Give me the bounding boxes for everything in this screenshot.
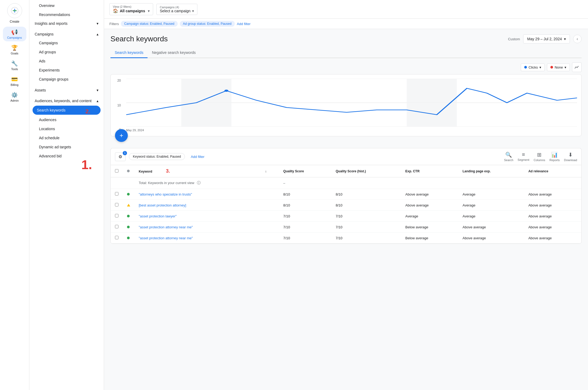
row2-checkbox[interactable] bbox=[115, 203, 118, 206]
none-dot-icon bbox=[550, 66, 553, 69]
download-action[interactable]: ⬇ Download bbox=[564, 152, 577, 162]
row3-quality-score-hist: 7/10 bbox=[331, 211, 401, 222]
add-fab-button[interactable]: + bbox=[115, 129, 128, 142]
nav-item-tools[interactable]: 🔧 Tools bbox=[3, 58, 26, 73]
reports-icon: 📊 bbox=[551, 152, 558, 158]
prev-date-button[interactable]: ‹ bbox=[573, 35, 582, 43]
clicks-arrow-icon: ▾ bbox=[539, 65, 541, 69]
row5-checkbox[interactable] bbox=[115, 236, 118, 239]
th-keyword[interactable]: Keyword 3. bbox=[134, 165, 261, 177]
th-sort[interactable]: ↓ bbox=[261, 165, 279, 177]
th-exp-ctr[interactable]: Exp. CTR bbox=[401, 165, 458, 177]
create-label: Create bbox=[10, 20, 19, 23]
sidebar-item-campaigns[interactable]: Campaigns bbox=[29, 38, 104, 47]
step2-annotation: 2. bbox=[85, 108, 90, 115]
adgroup-status-chip[interactable]: Ad group status: Enabled, Paused bbox=[180, 21, 235, 27]
row2-exp-ctr: Above average bbox=[401, 200, 458, 211]
row3-keyword[interactable]: "asset protection lawyer" bbox=[139, 214, 177, 218]
row4-status-dot bbox=[127, 226, 130, 228]
total-help-icon[interactable]: ⓘ bbox=[197, 181, 201, 185]
nav-item-goals[interactable]: 🏆 Goals bbox=[3, 42, 26, 57]
svg-point-8 bbox=[224, 90, 228, 92]
sidebar-item-campaign-groups[interactable]: Campaign groups bbox=[29, 75, 104, 84]
nav-item-admin[interactable]: ⚙️ Admin bbox=[3, 90, 26, 104]
row4-keyword[interactable]: "asset protection attorney near me" bbox=[139, 225, 193, 229]
main-content: View (2 filters) 🏠 All campaigns ▾ Campa… bbox=[104, 0, 588, 390]
table-add-filter-button[interactable]: Add filter bbox=[188, 153, 207, 160]
row5-exp-ctr: Below average bbox=[401, 233, 458, 244]
select-all-checkbox[interactable] bbox=[115, 169, 118, 173]
segment-label: Segment bbox=[518, 158, 529, 161]
th-quality-score[interactable]: Quality Score bbox=[279, 165, 331, 177]
row3-landing-page: Average bbox=[458, 211, 524, 222]
table-row: "asset protection attorney near me" 7/10… bbox=[111, 222, 581, 233]
th-status bbox=[123, 165, 134, 177]
admin-icon: ⚙️ bbox=[11, 92, 18, 98]
campaign-filter-dropdown[interactable]: Campaigns (4) Select a campaign ▾ bbox=[156, 4, 197, 15]
campaign-filter-arrow-icon: ▾ bbox=[192, 9, 194, 13]
view-filter-dropdown[interactable]: View (2 filters) 🏠 All campaigns ▾ bbox=[109, 3, 153, 15]
create-button[interactable] bbox=[7, 3, 22, 18]
sidebar-item-adgroups[interactable]: Ad groups bbox=[29, 47, 104, 57]
step3-annotation: 3. bbox=[166, 168, 170, 174]
reports-action[interactable]: 📊 Reports bbox=[550, 152, 560, 162]
row5-landing-page: Above average bbox=[458, 233, 524, 244]
sidebar-overview-section: Overview Recommendations Insights and re… bbox=[29, 0, 104, 29]
sidebar-item-ad-schedule[interactable]: Ad schedule bbox=[29, 133, 104, 142]
none-dropdown[interactable]: None ▾ bbox=[547, 63, 570, 71]
row1-keyword[interactable]: "attorneys who specialize in trusts" bbox=[139, 192, 192, 196]
sidebar-insights-header[interactable]: Insights and reports ▾ bbox=[29, 19, 104, 28]
sidebar-assets-header[interactable]: Assets ▾ bbox=[29, 86, 104, 94]
nav-item-campaigns[interactable]: 📢 Campaigns bbox=[3, 27, 26, 41]
sidebar-audiences-section: Audiences, keywords, and content ▴ Searc… bbox=[29, 95, 104, 162]
row3-checkbox[interactable] bbox=[115, 214, 118, 217]
row2-keyword[interactable]: [best asset protection attorney] bbox=[139, 203, 186, 207]
row4-checkbox[interactable] bbox=[115, 225, 118, 228]
tab-negative-keywords[interactable]: Negative search keywords bbox=[148, 48, 200, 58]
nav-item-billing[interactable]: 💳 Billing bbox=[3, 74, 26, 89]
th-ad-relevance[interactable]: Ad relevance bbox=[524, 165, 581, 177]
campaign-status-chip[interactable]: Campaign status: Enabled, Paused bbox=[121, 21, 177, 27]
chart-x-label: May 29, 2024 bbox=[126, 129, 577, 132]
sidebar-item-advanced-bid[interactable]: Advanced bid bbox=[29, 152, 104, 161]
download-icon: ⬇ bbox=[568, 152, 573, 158]
sidebar-item-locations[interactable]: Locations bbox=[29, 124, 104, 133]
campaigns-icon: 📢 bbox=[11, 29, 18, 35]
nav-admin-label: Admin bbox=[10, 99, 19, 102]
sidebar-item-experiments[interactable]: Experiments bbox=[29, 66, 104, 75]
sidebar-item-recommendations[interactable]: Recommendations bbox=[29, 10, 104, 19]
th-landing-page[interactable]: Landing page exp. bbox=[458, 165, 524, 177]
keyword-status-chip[interactable]: Keyword status: Enabled, Paused bbox=[129, 153, 185, 160]
add-filter-link[interactable]: Add filter bbox=[237, 22, 251, 26]
all-campaigns-label: All campaigns bbox=[120, 9, 145, 13]
sidebar-item-overview[interactable]: Overview bbox=[29, 1, 104, 10]
sidebar-item-search-keywords[interactable]: Search keywords 2. bbox=[33, 106, 101, 115]
sidebar-audiences-header[interactable]: Audiences, keywords, and content ▴ bbox=[29, 97, 104, 105]
sidebar-campaigns-header[interactable]: Campaigns ▴ bbox=[29, 30, 104, 38]
chart-type-button[interactable] bbox=[572, 62, 582, 72]
row5-keyword[interactable]: "asset protection attorney near me" bbox=[139, 236, 193, 240]
th-quality-score-hist[interactable]: Quality Score (hist.) bbox=[331, 165, 401, 177]
topbar: View (2 filters) 🏠 All campaigns ▾ Campa… bbox=[104, 0, 588, 19]
filter-button[interactable]: ⚙ 1 bbox=[115, 152, 126, 161]
row5-quality-score: 7/10 bbox=[279, 233, 331, 244]
search-action[interactable]: 🔍 Search bbox=[504, 152, 513, 162]
sidebar-item-dynamic-ad[interactable]: Dynamic ad targets bbox=[29, 142, 104, 152]
page-title: Search keywords bbox=[110, 35, 168, 43]
none-label: None bbox=[555, 65, 563, 69]
content-area: Search keywords Custom May 29 – Jul 2, 2… bbox=[104, 29, 588, 390]
clicks-dropdown[interactable]: Clicks ▾ bbox=[521, 63, 545, 71]
sidebar-item-ads[interactable]: Ads bbox=[29, 57, 104, 66]
filters-label: Filters bbox=[109, 22, 119, 26]
columns-label: Columns bbox=[534, 158, 545, 162]
sidebar-assets-section: Assets ▾ bbox=[29, 85, 104, 95]
sidebar-item-audiences[interactable]: Audiences bbox=[29, 115, 104, 124]
table-header-row: Keyword 3. ↓ Quality Score Quality Score… bbox=[111, 165, 581, 177]
nav-tools-label: Tools bbox=[11, 67, 18, 71]
tab-search-keywords[interactable]: Search keywords bbox=[110, 48, 148, 58]
columns-action[interactable]: ⊞ Columns bbox=[534, 152, 545, 162]
row1-checkbox[interactable] bbox=[115, 192, 118, 196]
segment-action[interactable]: ≡ Segment bbox=[518, 152, 529, 162]
row4-landing-page: Above average bbox=[458, 222, 524, 233]
date-picker[interactable]: May 29 – Jul 2, 2024 ▾ bbox=[523, 34, 570, 43]
